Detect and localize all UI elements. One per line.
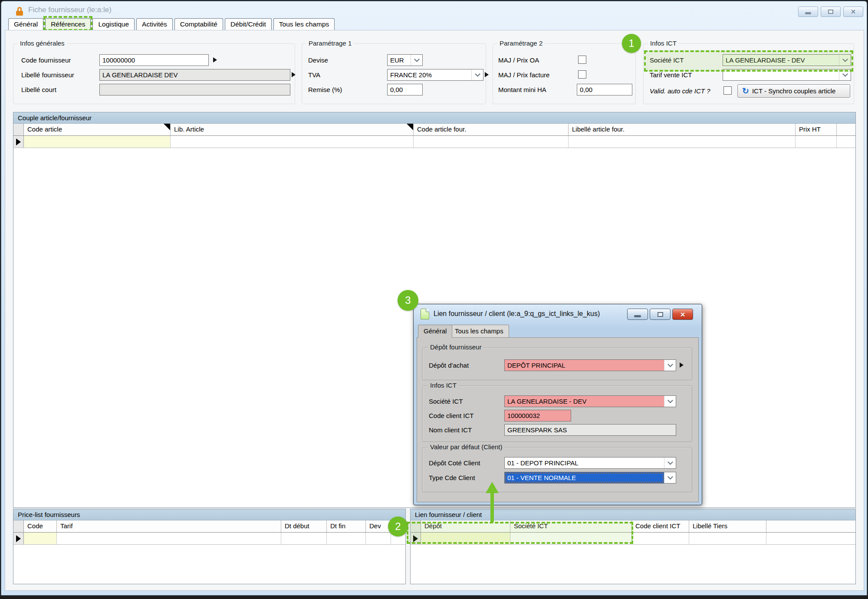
devise-label: Devise <box>308 56 328 64</box>
cell-code[interactable] <box>24 533 57 544</box>
depot-achat-select[interactable]: DEPÔT PRINCIPAL <box>504 359 676 371</box>
group-title: Dépôt fournisseur <box>428 343 483 351</box>
group-infos-ict: Infos ICT Société ICT LA GENELARDAISE - … <box>643 43 854 104</box>
group-parametrage-1: Paramétrage 1 Devise EUR TVA FRANCE 20% … <box>302 43 486 104</box>
code-fournisseur-detail-icon[interactable] <box>213 57 217 63</box>
column-header-tarif[interactable]: Tarif <box>57 520 281 532</box>
close-button[interactable]: × <box>843 7 863 17</box>
libelle-fournisseur-input[interactable]: LA GENELARDAISE DEV <box>99 69 290 81</box>
dialog-tab-general[interactable]: Général <box>418 325 452 338</box>
column-header-libelle-article-four[interactable]: Libellé article four. <box>569 124 796 135</box>
tarif-vente-ict-select[interactable] <box>723 69 851 81</box>
cell-code-client-ict[interactable] <box>632 533 689 544</box>
pricelist-panel: Price-list fournisseurs Code Tarif Dt dé… <box>13 509 406 584</box>
header-filler <box>837 124 855 135</box>
cell-dev[interactable] <box>366 533 391 544</box>
cell-tarif[interactable] <box>57 533 281 544</box>
column-header-libelle-tiers[interactable]: Libellé Tiers <box>689 520 766 532</box>
libelle-court-input[interactable] <box>99 84 290 95</box>
couple-header-row: Code article Lib. Article Code article f… <box>13 124 855 136</box>
montant-mini-ha-input[interactable]: 0,00 <box>577 84 632 95</box>
remise-input[interactable]: 0,00 <box>387 84 423 95</box>
column-header-dev[interactable]: Dev <box>366 520 391 532</box>
tva-select[interactable]: FRANCE 20% <box>387 69 483 81</box>
tva-detail-icon[interactable] <box>485 72 489 77</box>
cell-code-article[interactable] <box>24 136 171 148</box>
tab-logistique[interactable]: Logistique <box>92 18 135 30</box>
libelle-fournisseur-label: Libellé fournisseur <box>21 71 74 79</box>
maximize-button[interactable] <box>821 7 841 17</box>
cell-prix-ht[interactable] <box>796 136 837 148</box>
ict-synchro-button[interactable]: ↻ ICT - Synchro couples article <box>737 84 850 98</box>
column-header-societe-ict[interactable]: Société ICT <box>510 520 632 532</box>
column-header-dt-debut[interactable]: Dt début <box>281 520 327 532</box>
header-selector-cell <box>411 520 421 532</box>
row-selector[interactable] <box>13 533 24 544</box>
close-icon: × <box>851 8 856 16</box>
maj-prix-oa-checkbox[interactable] <box>578 56 586 64</box>
row-selector[interactable] <box>411 533 421 544</box>
main-tab-bar: Général Références Logistique Activités … <box>8 18 335 30</box>
dialog-maximize-button[interactable] <box>650 309 671 320</box>
couple-panel-title: Couple article/fournisseur <box>13 112 855 124</box>
nom-client-ict-input[interactable]: GREENSPARK SAS <box>504 424 676 436</box>
code-client-ict-label: Code client ICT <box>429 412 473 419</box>
lien-panel: Lien fournisseur / client Dépôt Société … <box>410 509 856 584</box>
annotation-badge-1: 1 <box>622 34 641 53</box>
dialog-body: Dépôt fournisseur Dépôt d'achat DEPÔT PR… <box>417 337 699 502</box>
column-header-code-client-ict[interactable]: Code client ICT <box>632 520 689 532</box>
tab-debit-credit[interactable]: Débit/Crédit <box>225 18 272 30</box>
column-header-dt-fin[interactable]: Dt fin <box>327 520 366 532</box>
annotation-badge-2: 2 <box>388 517 408 536</box>
minimize-button[interactable] <box>798 7 818 17</box>
depot-achat-detail-icon[interactable] <box>680 362 684 368</box>
column-header-code[interactable]: Code <box>24 520 57 532</box>
tab-comptabilite[interactable]: Comptabilité <box>174 18 223 30</box>
cell-depot[interactable] <box>421 533 510 544</box>
tarif-vente-ict-label: Tarif vente ICT <box>650 71 692 79</box>
tab-activites[interactable]: Activités <box>136 18 173 30</box>
cell-libelle-tiers[interactable] <box>689 533 766 544</box>
column-header-depot[interactable]: Dépôt <box>421 520 510 532</box>
header-selector-cell <box>13 124 24 135</box>
tab-tous-les-champs[interactable]: Tous les champs <box>273 18 335 30</box>
cell-libelle-article-four[interactable] <box>569 136 796 148</box>
code-client-ict-input[interactable]: 100000032 <box>504 410 571 421</box>
column-header-prix-ht[interactable]: Prix HT <box>796 124 837 135</box>
lien-empty-row <box>411 533 855 545</box>
remise-label: Remise (%) <box>308 86 342 93</box>
tab-general[interactable]: Général <box>8 18 43 30</box>
societe-ict-select[interactable]: LA GENELARDAISE - DEV <box>723 54 851 66</box>
valid-auto-cde-checkbox[interactable] <box>723 86 732 95</box>
dialog-minimize-button[interactable] <box>627 309 648 320</box>
row-selector-icon <box>16 138 21 145</box>
chevron-down-icon <box>411 55 422 66</box>
row-selector[interactable] <box>13 136 24 148</box>
dialog-close-button[interactable]: × <box>672 309 693 320</box>
column-header-code-article[interactable]: Code article <box>24 124 171 135</box>
depot-cote-client-select[interactable]: 01 - DEPOT PRINCIPAL <box>504 457 676 469</box>
maj-prix-facture-checkbox[interactable] <box>578 70 586 79</box>
tab-references[interactable]: Références <box>45 18 91 30</box>
cell-lib-article[interactable] <box>171 136 414 148</box>
code-fournisseur-label: Code fournisseur <box>21 56 71 64</box>
minimize-icon <box>634 315 641 317</box>
cell-societe-ict[interactable] <box>510 533 632 544</box>
devise-select[interactable]: EUR <box>387 54 423 66</box>
dialog-tab-tous-les-champs[interactable]: Tous les champs <box>449 325 509 338</box>
cell-dt-fin[interactable] <box>327 533 366 544</box>
column-header-code-article-four[interactable]: Code article four. <box>414 124 569 135</box>
societe-ict-select[interactable]: LA GENELARDAISE - DEV <box>504 395 676 407</box>
dialog-group-infos-ict: Infos ICT Société ICT LA GENELARDAISE - … <box>422 385 692 442</box>
cell-code-article-four[interactable] <box>414 136 569 148</box>
nom-client-ict-label: Nom client ICT <box>429 426 472 434</box>
libelle-fournisseur-detail-icon[interactable] <box>292 72 296 77</box>
column-header-lib-article[interactable]: Lib. Article <box>171 124 414 135</box>
code-fournisseur-input[interactable]: 100000000 <box>99 54 209 66</box>
type-cde-client-select[interactable]: 01 - VENTE NORMALE <box>504 472 676 484</box>
lien-panel-title: Lien fournisseur / client <box>411 509 855 520</box>
chevron-down-icon <box>664 396 676 407</box>
cell-dt-debut[interactable] <box>281 533 327 544</box>
group-title: Paramétrage 1 <box>306 39 354 47</box>
valid-auto-cde-label: Valid. auto cde ICT ? <box>650 87 710 95</box>
